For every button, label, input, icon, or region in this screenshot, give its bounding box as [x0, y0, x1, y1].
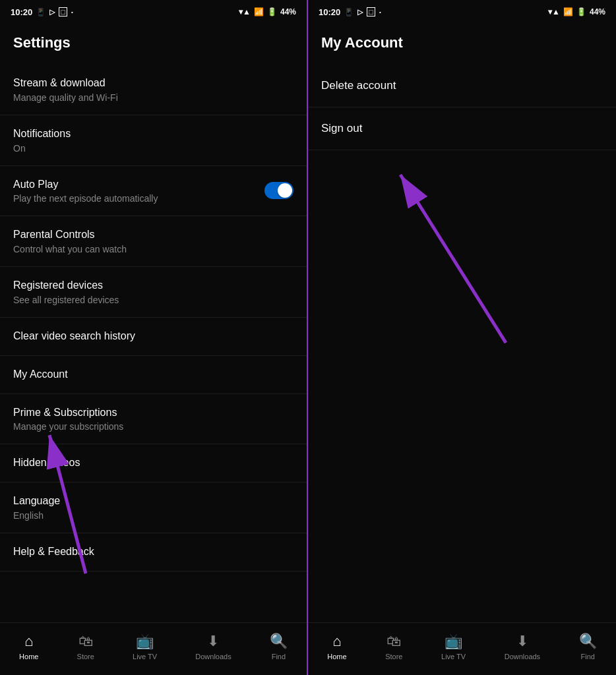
settings-item-auto-play-subtitle: Play the next episode automatically — [13, 193, 264, 204]
nav-home-label-left: Home — [19, 653, 38, 660]
settings-item-notifications-subtitle: On — [13, 143, 293, 154]
settings-item-prime-subscriptions-subtitle: Manage your subscriptions — [13, 421, 293, 432]
settings-item-registered-devices-title: Registered devices — [13, 279, 293, 293]
nav-find-label-right: Find — [580, 653, 594, 660]
settings-item-help-feedback[interactable]: Help & Feedback — [0, 533, 307, 572]
settings-item-help-feedback-title: Help & Feedback — [13, 545, 293, 559]
settings-item-notifications-text: Notifications On — [13, 127, 293, 154]
find-icon-left: 🔍 — [270, 633, 288, 650]
nav-find-left[interactable]: 🔍 Find — [262, 628, 295, 666]
nav-store-right[interactable]: 🛍 Store — [377, 628, 410, 666]
whatsapp-icon-right: 📱 — [344, 8, 354, 16]
settings-item-my-account-title: My Account — [13, 368, 293, 382]
signal-icon-right: 📶 — [563, 7, 573, 16]
time-right: 10:20 — [319, 7, 340, 17]
settings-item-auto-play-text: Auto Play Play the next episode automati… — [13, 178, 264, 204]
settings-item-clear-history[interactable]: Clear video search history — [0, 318, 307, 356]
auto-play-toggle[interactable] — [264, 182, 293, 199]
nav-downloads-label-right: Downloads — [505, 653, 540, 660]
battery-icon-right: 🔋 — [576, 7, 586, 16]
nav-downloads-left[interactable]: ⬇ Downloads — [187, 628, 239, 666]
livetv-icon-left: 📺 — [136, 633, 154, 650]
bottom-nav-right: ⌂ Home 🛍 Store 📺 Live TV ⬇ Downloads 🔍 F… — [308, 622, 616, 675]
settings-title: Settings — [0, 24, 307, 65]
settings-item-registered-devices-subtitle: See all registered devices — [13, 295, 293, 305]
delete-account-title: Delete account — [321, 79, 603, 92]
nav-home-left[interactable]: ⌂ Home — [11, 628, 46, 666]
store-icon-right: 🛍 — [386, 633, 401, 650]
settings-item-prime-subscriptions-title: Prime & Subscriptions — [13, 406, 293, 420]
settings-item-parental-controls-text: Parental Controls Control what you can w… — [13, 228, 293, 254]
settings-item-stream-download-title: Stream & download — [13, 76, 293, 90]
account-item-delete[interactable]: Delete account — [308, 65, 616, 107]
wifi-icon: ▾▲ — [239, 7, 251, 16]
settings-item-auto-play-title: Auto Play — [13, 178, 264, 192]
signal-icon: 📶 — [254, 7, 264, 16]
time-left: 10:20 — [11, 7, 32, 17]
dot-icon: • — [71, 9, 73, 15]
status-time-left: 10:20 📱 ▷ □ • — [11, 7, 73, 17]
settings-item-stream-download[interactable]: Stream & download Manage quality and Wi-… — [0, 65, 307, 115]
status-bar-left: 10:20 📱 ▷ □ • ▾▲ 📶 🔋 44% — [0, 0, 307, 24]
downloads-icon-right: ⬇ — [516, 633, 528, 650]
nav-livetv-right[interactable]: 📺 Live TV — [433, 628, 474, 666]
settings-item-prime-subscriptions[interactable]: Prime & Subscriptions Manage your subscr… — [0, 394, 307, 445]
my-account-title: My Account — [308, 24, 616, 65]
settings-item-stream-download-text: Stream & download Manage quality and Wi-… — [13, 76, 293, 103]
home-icon-left: ⌂ — [24, 633, 33, 650]
settings-item-registered-devices-text: Registered devices See all registered de… — [13, 279, 293, 305]
settings-item-notifications[interactable]: Notifications On — [0, 115, 307, 166]
status-bar-right: 10:20 📱 ▷ □ • ▾▲ 📶 🔋 44% — [308, 0, 616, 24]
settings-item-help-feedback-text: Help & Feedback — [13, 545, 293, 559]
nav-store-label-left: Store — [77, 653, 94, 660]
whatsapp-icon: 📱 — [36, 8, 46, 16]
cast-icon-right: ▷ — [357, 8, 363, 16]
nav-home-right[interactable]: ⌂ Home — [319, 628, 354, 666]
settings-item-my-account[interactable]: My Account — [0, 356, 307, 394]
settings-item-parental-controls[interactable]: Parental Controls Control what you can w… — [0, 216, 307, 267]
dot-icon-right: • — [379, 9, 381, 15]
settings-item-stream-download-subtitle: Manage quality and Wi-Fi — [13, 92, 293, 103]
nav-store-label-right: Store — [385, 653, 402, 660]
settings-item-my-account-text: My Account — [13, 368, 293, 382]
settings-item-auto-play[interactable]: Auto Play Play the next episode automati… — [0, 166, 307, 217]
battery-pct-right: 44% — [590, 7, 605, 16]
screen-icon-right: □ — [367, 7, 375, 16]
settings-item-hidden-videos-title: Hidden videos — [13, 456, 293, 470]
settings-item-hidden-videos[interactable]: Hidden videos — [0, 444, 307, 483]
nav-downloads-label-left: Downloads — [195, 653, 231, 660]
settings-item-hidden-videos-text: Hidden videos — [13, 456, 293, 470]
nav-livetv-label-left: Live TV — [133, 653, 157, 660]
nav-find-right[interactable]: 🔍 Find — [571, 628, 605, 666]
nav-home-label-right: Home — [327, 653, 346, 660]
home-icon-right: ⌂ — [332, 633, 341, 650]
nav-downloads-right[interactable]: ⬇ Downloads — [497, 628, 548, 666]
status-right-left: ▾▲ 📶 🔋 44% — [239, 7, 296, 16]
find-icon-right: 🔍 — [579, 633, 597, 650]
bottom-nav-left: ⌂ Home 🛍 Store 📺 Live TV ⬇ Downloads 🔍 F… — [0, 622, 307, 675]
store-icon-left: 🛍 — [78, 633, 93, 650]
nav-store-left[interactable]: 🛍 Store — [69, 628, 102, 666]
settings-item-language-title: Language — [13, 494, 293, 508]
settings-list: Stream & download Manage quality and Wi-… — [0, 65, 307, 622]
account-item-sign-out[interactable]: Sign out — [308, 107, 616, 150]
status-right-right: ▾▲ 📶 🔋 44% — [548, 7, 605, 16]
settings-item-language-subtitle: English — [13, 510, 293, 521]
settings-item-language[interactable]: Language English — [0, 483, 307, 533]
livetv-icon-right: 📺 — [445, 633, 462, 650]
downloads-icon-left: ⬇ — [207, 633, 219, 650]
settings-item-parental-controls-title: Parental Controls — [13, 228, 293, 242]
cast-icon: ▷ — [49, 8, 55, 16]
nav-livetv-left[interactable]: 📺 Live TV — [125, 628, 165, 666]
wifi-icon-right: ▾▲ — [548, 7, 560, 16]
screen-icon: □ — [59, 7, 67, 16]
settings-item-prime-subscriptions-text: Prime & Subscriptions Manage your subscr… — [13, 406, 293, 432]
settings-item-registered-devices[interactable]: Registered devices See all registered de… — [0, 267, 307, 318]
settings-item-clear-history-title: Clear video search history — [13, 330, 293, 343]
nav-find-label-left: Find — [272, 653, 286, 660]
settings-item-language-text: Language English — [13, 494, 293, 521]
sign-out-title: Sign out — [321, 122, 603, 135]
status-time-right: 10:20 📱 ▷ □ • — [319, 7, 381, 17]
left-panel: 10:20 📱 ▷ □ • ▾▲ 📶 🔋 44% Settings Stream… — [0, 0, 308, 675]
settings-item-parental-controls-subtitle: Control what you can watch — [13, 244, 293, 254]
